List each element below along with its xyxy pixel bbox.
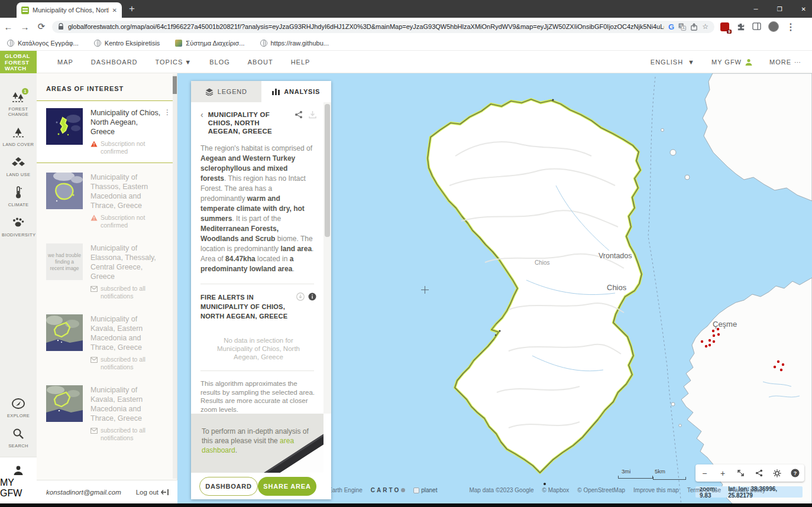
refresh-icon[interactable]: ⟳ bbox=[33, 21, 50, 32]
help-icon[interactable]: ? bbox=[790, 467, 801, 479]
dashboard-button[interactable]: DASHBOARD bbox=[199, 477, 258, 496]
map-label-chios-region: Chios bbox=[535, 259, 550, 266]
map-controls: − + ? bbox=[695, 464, 804, 482]
map-settings-gear-icon[interactable] bbox=[771, 467, 783, 479]
attribution-link[interactable]: Improve this map bbox=[633, 487, 679, 493]
bookmark-label: https://raw.githubu... bbox=[271, 40, 329, 47]
browser-tab[interactable]: Municipality of Chios, North Aeg ✕ bbox=[17, 2, 122, 18]
translate-icon[interactable]: 文A bbox=[678, 23, 686, 31]
category-rail: 1 FOREST CHANGE LAND COVER LAND USE CLIM… bbox=[0, 73, 37, 507]
forward-icon[interactable]: → bbox=[17, 22, 33, 32]
nav-help[interactable]: HELP bbox=[291, 58, 310, 66]
download-widget-icon[interactable] bbox=[296, 292, 305, 301]
window-close-icon[interactable]: ✕ bbox=[801, 6, 806, 12]
carto-logo[interactable]: CARTO bbox=[371, 487, 405, 493]
rail-item-my-gfw[interactable]: MY GFW bbox=[0, 457, 37, 507]
account-footer: konstadinort@gmail.com Log out bbox=[37, 480, 177, 503]
aoi-item-chios[interactable]: Municipality of Chios, North Aegean, Gre… bbox=[37, 100, 177, 163]
share-analysis-icon[interactable] bbox=[295, 110, 303, 119]
planet-logo[interactable]: planet bbox=[413, 487, 437, 493]
bookmark-item[interactable]: https://raw.githubu... bbox=[260, 40, 329, 47]
nav-blog[interactable]: BLOG bbox=[209, 58, 230, 66]
scrollbar-thumb[interactable] bbox=[325, 104, 330, 237]
extensions-puzzle-icon[interactable] bbox=[736, 22, 745, 31]
bookmark-star-icon[interactable]: ☆ bbox=[702, 22, 709, 31]
share-page-icon[interactable] bbox=[690, 23, 698, 31]
rail-item-label: MY GFW bbox=[0, 477, 37, 499]
map-label-cesme: Çeşme bbox=[713, 320, 737, 329]
zoom-in-button[interactable]: + bbox=[717, 467, 729, 479]
back-chevron-icon[interactable]: ‹ bbox=[200, 110, 203, 135]
rail-item-biodiversity[interactable]: BIODIVERSITY bbox=[0, 216, 37, 238]
back-icon[interactable]: ← bbox=[0, 22, 17, 32]
scrollbar-thumb[interactable] bbox=[173, 76, 177, 94]
scale-km-label: 5km bbox=[655, 468, 665, 474]
nav-map[interactable]: MAP bbox=[57, 58, 73, 66]
map-canvas[interactable]: Chios Vrontados Chios Çeşme 3mi 5km − + bbox=[177, 73, 812, 507]
user-icon bbox=[745, 58, 753, 66]
language-selector[interactable]: ENGLISH▼ bbox=[651, 58, 695, 66]
rail-item-land-use[interactable]: LAND USE bbox=[0, 155, 37, 177]
item-menu-kebab-icon[interactable]: ⋮ bbox=[164, 108, 171, 116]
new-tab-button[interactable]: + bbox=[129, 2, 135, 16]
attribution-link[interactable]: Map data ©2023 Google bbox=[469, 487, 533, 493]
logout-button[interactable]: Log out bbox=[136, 489, 169, 496]
main-nav: MAP DASHBOARD TOPICS▼ BLOG ABOUT HELP bbox=[57, 51, 310, 73]
attribution-link[interactable]: © OpenStreetMap bbox=[577, 487, 625, 493]
info-icon[interactable] bbox=[308, 292, 316, 301]
attribution-link[interactable]: Privacy policy bbox=[729, 487, 765, 493]
more-menu[interactable]: MORE⋯ bbox=[769, 58, 801, 66]
climate-icon bbox=[11, 186, 26, 200]
zoom-out-button[interactable]: − bbox=[698, 467, 710, 479]
my-gfw-button[interactable]: MY GFW bbox=[711, 58, 753, 66]
attribution-link[interactable]: Terms of use bbox=[687, 487, 721, 493]
aoi-scrollbar[interactable] bbox=[173, 74, 177, 479]
google-icon[interactable]: G bbox=[668, 22, 674, 31]
download-icon[interactable] bbox=[309, 110, 316, 119]
rail-item-land-cover[interactable]: LAND COVER bbox=[0, 125, 37, 147]
bookmark-label: Κατάλογος Εγγράφ... bbox=[18, 40, 79, 47]
tab-close-icon[interactable]: ✕ bbox=[112, 7, 117, 14]
fullscreen-icon[interactable] bbox=[735, 467, 747, 479]
rail-item-label: LAND USE bbox=[7, 172, 31, 177]
gfw-logo[interactable]: GLOBAL FOREST WATCH bbox=[0, 51, 37, 73]
address-bar[interactable]: globalforestwatch.org/map/aoi/64c1f96622… bbox=[52, 21, 714, 33]
side-panel-icon[interactable] bbox=[752, 22, 761, 31]
map-attribution: Earth Engine CARTO planet Map data ©2023… bbox=[328, 487, 695, 493]
chevron-down-icon: ▼ bbox=[688, 58, 695, 66]
share-area-button[interactable]: SHARE AREA bbox=[258, 477, 316, 496]
panel-buttons: DASHBOARD SHARE AREA bbox=[191, 473, 323, 499]
nav-about[interactable]: ABOUT bbox=[248, 58, 273, 66]
tab-legend[interactable]: LEGEND bbox=[191, 81, 261, 102]
rail-item-search[interactable]: SEARCH bbox=[0, 427, 37, 448]
nav-dashboard[interactable]: DASHBOARD bbox=[91, 58, 138, 66]
aoi-item-name: Municipality of Elassona, Thessaly, Cent… bbox=[90, 243, 163, 281]
profile-avatar[interactable] bbox=[768, 21, 779, 32]
divider bbox=[200, 284, 314, 284]
earth-engine-credit[interactable]: Earth Engine bbox=[328, 487, 363, 493]
aoi-item-thassos[interactable]: Municipality of Thassos, Eastern Macedon… bbox=[37, 165, 177, 236]
nav-topics[interactable]: TOPICS▼ bbox=[156, 58, 192, 66]
window-minimize-icon[interactable]: ─ bbox=[754, 6, 758, 12]
share-map-icon[interactable] bbox=[753, 467, 765, 479]
aoi-item-kavala-2[interactable]: Municipality of Kavala, Eastern Macedoni… bbox=[37, 378, 177, 449]
window-maximize-icon[interactable]: ❐ bbox=[777, 6, 782, 12]
panel-scrollbar[interactable] bbox=[323, 102, 331, 414]
bar-chart-icon bbox=[272, 88, 280, 95]
rail-item-explore[interactable]: EXPLORE bbox=[0, 396, 37, 418]
bookmark-item[interactable]: Σύστημα Διαχείρισ... bbox=[175, 40, 244, 47]
aoi-thumbnail bbox=[46, 314, 83, 351]
chrome-menu-icon[interactable]: ⋮ bbox=[786, 21, 795, 32]
bookmark-item[interactable]: Kentro Eksipiretisis bbox=[94, 40, 160, 47]
attribution-link[interactable]: © Mapbox bbox=[542, 487, 570, 493]
aoi-item-kavala-1[interactable]: Municipality of Kavala, Eastern Macedoni… bbox=[37, 307, 177, 378]
bookmark-item[interactable]: Κατάλογος Εγγράφ... bbox=[7, 40, 79, 47]
chevron-down-icon: ▼ bbox=[185, 58, 192, 66]
biodiversity-icon bbox=[11, 216, 26, 230]
search-icon bbox=[11, 427, 26, 441]
ublock-extension-icon[interactable]: 9 bbox=[720, 22, 729, 31]
rail-item-climate[interactable]: CLIMATE bbox=[0, 186, 37, 207]
tab-analysis[interactable]: ANALYSIS bbox=[261, 81, 332, 102]
aoi-item-elassona[interactable]: we had trouble finding a recent image Mu… bbox=[37, 236, 177, 307]
rail-item-forest-change[interactable]: 1 FOREST CHANGE bbox=[0, 90, 37, 117]
